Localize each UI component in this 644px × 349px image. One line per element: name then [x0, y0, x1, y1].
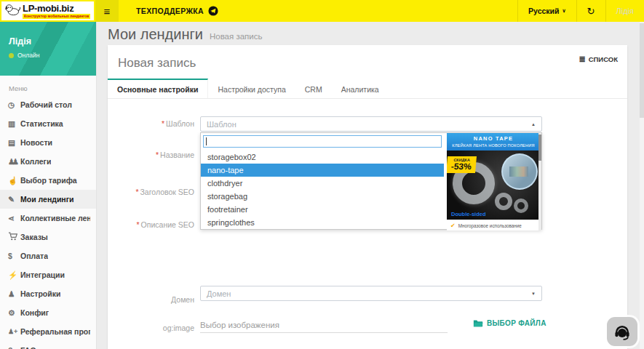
sidebar-item-dashboard[interactable]: ◷ Рабочий стол — [0, 95, 96, 114]
top-bar: LP-mobi.biz Конструктор мобильных лендин… — [0, 0, 644, 22]
preview-title: NANO TAPE — [447, 135, 540, 142]
sidebar-item-statistics[interactable]: ▥ Статистика — [0, 114, 96, 133]
sidebar-item-payment[interactable]: $ Оплата — [0, 246, 96, 265]
preview-feature-text: Многоразовое использование — [458, 223, 522, 228]
template-select[interactable]: Шаблон ▲ — [200, 116, 542, 132]
folder-icon — [473, 319, 483, 327]
sidebar-item-collective-landings[interactable]: ⋖ Коллективные лендинги — [0, 209, 96, 228]
newspaper-icon: ▤ — [8, 138, 20, 147]
content-header: Мои лендинги Новая запись — [108, 26, 629, 43]
sidebar-item-colleagues[interactable]: ♟♟ Коллеги — [0, 152, 96, 171]
user-name: Лідія — [9, 36, 87, 47]
question-icon: ? — [8, 346, 20, 349]
page-title: Мои лендинги — [108, 26, 203, 43]
domain-select[interactable]: Домен ▼ — [200, 286, 542, 301]
support-label: ТЕХПОДДЕРЖКА — [136, 7, 204, 15]
dog-logo-icon — [4, 3, 20, 19]
page-scrollbar[interactable] — [640, 22, 644, 349]
breadcrumb: Новая запись — [210, 32, 263, 41]
thumb-up-icon: ☝ — [8, 176, 20, 185]
sidebar: Лідія Онлайн Меню ◷ Рабочий стол ▥ Стати… — [0, 22, 97, 349]
tab-access-settings[interactable]: Настройки доступа — [208, 79, 295, 98]
new-record-card: Новая запись ≣ СПИСОК Основные настройки… — [108, 45, 627, 349]
page-scrollbar-thumb[interactable] — [640, 23, 644, 118]
main-settings-form: Шаблон Название Заголовок SEO Описание S… — [108, 99, 627, 349]
og-image-field-label: og:image — [108, 324, 194, 332]
sidebar-item-referral[interactable]: ♟+ Реферальная программа — [0, 322, 96, 341]
pencil-icon: ✎ — [8, 195, 20, 204]
dropdown-option-list: storagebox02 nano-tape clothdryer storag… — [201, 151, 444, 229]
refresh-icon: ↻ — [587, 6, 595, 17]
sidebar-item-tariff[interactable]: ☝ Выбор тарифа — [0, 171, 96, 190]
domain-field-label: Домен — [108, 295, 194, 304]
tab-crm[interactable]: CRM — [295, 79, 332, 98]
tab-analytics[interactable]: Аналитика — [332, 79, 389, 98]
caret-up-icon: ▲ — [531, 122, 536, 127]
seo-title-field-label: Заголовок SEO — [108, 188, 194, 196]
name-field-label: Название — [108, 151, 194, 159]
tape-roll-small — [514, 198, 528, 213]
caret-down-icon: ▼ — [531, 292, 536, 296]
dropdown-scrollbar-thumb[interactable] — [538, 135, 541, 161]
support-chat-widget[interactable] — [607, 317, 637, 346]
gear-icon: ⚙ — [8, 308, 20, 317]
logo[interactable]: LP-mobi.biz Конструктор мобильных лендин… — [0, 0, 95, 22]
headset-icon — [613, 323, 632, 341]
share-icon: ⋖ — [8, 214, 20, 222]
dropdown-option[interactable]: footretainer — [201, 203, 444, 216]
template-preview-image: NANO TAPE КЛЕЙКАЯ ЛЕНТА НОВОГО ПОКОЛЕНИЯ… — [447, 133, 540, 230]
choose-file-button[interactable]: ВЫБОР ФАЙЛА — [473, 319, 546, 327]
sidebar-item-faq[interactable]: ? FAQ — [0, 341, 96, 349]
dropdown-scrollbar[interactable] — [538, 133, 541, 230]
language-label: Русский — [528, 7, 559, 15]
support-link[interactable]: ТЕХПОДДЕРЖКА — [119, 0, 231, 22]
preview-banner-header: NANO TAPE КЛЕЙКАЯ ЛЕНТА НОВОГО ПОКОЛЕНИЯ — [447, 133, 540, 151]
check-icon: ✔ — [450, 222, 456, 229]
user-panel: Лідія Онлайн — [0, 22, 96, 76]
dropdown-option[interactable]: storagebox02 — [201, 151, 444, 164]
refresh-button[interactable]: ↻ — [576, 0, 605, 22]
preview-subtitle: КЛЕЙКАЯ ЛЕНТА НОВОГО ПОКОЛЕНИЯ — [447, 143, 540, 148]
list-button[interactable]: ≣ СПИСОК — [579, 55, 618, 64]
dropdown-search-input[interactable] — [203, 135, 442, 148]
language-selector[interactable]: Русский ∨ — [517, 0, 576, 22]
app-window: LP-mobi.biz Конструктор мобильных лендин… — [0, 0, 644, 349]
sidebar-item-orders[interactable]: Заказы — [0, 228, 96, 246]
preview-feature-row: ✔ Многоразовое использование — [447, 220, 540, 230]
list-icon: ≣ — [579, 55, 585, 64]
dropdown-option[interactable]: clothdryer — [201, 177, 444, 190]
account-username: Лідія — [616, 7, 634, 15]
sidebar-item-config[interactable]: ⚙ Конфиг — [0, 303, 96, 322]
plug-icon: ⚡ — [8, 270, 20, 280]
sidebar-item-my-landings[interactable]: ✎ Мои лендинги — [0, 190, 96, 209]
preview-inset-circle — [501, 153, 538, 190]
menu-section-label: Меню — [0, 76, 96, 95]
telegram-icon — [208, 6, 218, 16]
chart-icon: ▥ — [8, 119, 20, 128]
text-caret — [206, 137, 207, 145]
template-dropdown: storagebox02 nano-tape clothdryer storag… — [200, 132, 542, 230]
hamburger-icon: ≡ — [104, 5, 111, 17]
tape-roll-small — [495, 193, 512, 210]
template-field-label: Шаблон — [108, 119, 194, 128]
logo-subtitle: Конструктор мобильных лендингов — [23, 14, 90, 19]
sidebar-item-integrations[interactable]: ⚡ Интеграции — [0, 265, 96, 284]
users-icon: ♟♟ — [8, 157, 20, 166]
dropdown-option[interactable]: storagebag — [201, 190, 444, 203]
tab-bar: Основные настройки Настройки доступа CRM… — [108, 79, 627, 99]
preview-photo: СКИДКА -53% Double-sided — [447, 151, 540, 220]
seo-desc-field-label: Описание SEO — [108, 220, 194, 229]
preview-caption: Double-sided — [451, 211, 486, 217]
discount-badge: СКИДКА -53% — [447, 156, 477, 173]
sidebar-item-settings[interactable]: ♟ Настройки — [0, 284, 96, 303]
account-menu[interactable]: Лідія — [605, 0, 644, 22]
dropdown-option-highlighted[interactable]: nano-tape — [201, 164, 444, 177]
tab-main-settings[interactable]: Основные настройки — [108, 79, 208, 98]
og-image-input[interactable] — [200, 317, 448, 333]
user-status-label: Онлайн — [17, 52, 39, 59]
user-icon: ♟ — [8, 289, 20, 298]
dropdown-option[interactable]: springclothes — [201, 216, 444, 229]
user-plus-icon: ♟+ — [8, 328, 20, 335]
sidebar-item-news[interactable]: ▤ Новости — [0, 133, 96, 152]
sidebar-toggle-button[interactable]: ≡ — [95, 0, 119, 22]
